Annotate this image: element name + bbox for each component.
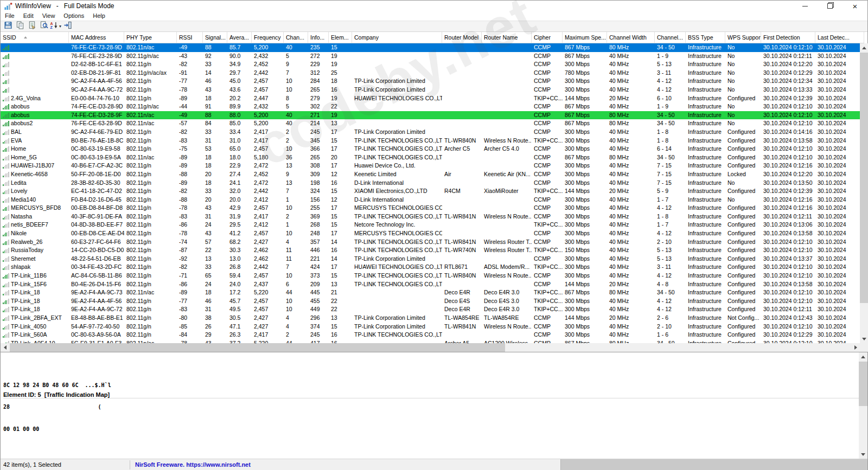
network-row[interactable]: 2.4G_VolnaE0-00-84-74-76-10802.11g/n-891… bbox=[1, 94, 860, 103]
column-header-bss[interactable]: BSS Type bbox=[686, 32, 725, 43]
menu-options[interactable]: Options bbox=[59, 11, 88, 21]
details-vertical-scrollbar[interactable] bbox=[859, 352, 867, 459]
network-row[interactable]: netis_BDEEF704-8D-38-BD-EE-F7802.11g/n-8… bbox=[1, 221, 860, 229]
scroll-left-arrow[interactable] bbox=[1, 343, 9, 352]
cell-speed: 300 Mbps bbox=[563, 229, 607, 238]
list-horizontal-scrollbar[interactable] bbox=[1, 343, 860, 352]
close-button[interactable]: × bbox=[843, 1, 867, 11]
network-row[interactable]: BAL9C-A2-F4-6E-79-ED802.11g/n-823333.42,… bbox=[1, 128, 860, 137]
cell-wps: No bbox=[725, 60, 761, 69]
network-row[interactable]: Home_5G0C-80-63-19-E9-5A802.11n/ac-89181… bbox=[1, 153, 860, 162]
sort-button[interactable]: AZ▾ bbox=[50, 21, 61, 31]
column-header-fd[interactable]: First Detection bbox=[761, 32, 815, 43]
list-vertical-scrollbar[interactable] bbox=[860, 43, 868, 343]
scroll-thumb[interactable] bbox=[10, 343, 505, 352]
minimize-icon bbox=[802, 6, 808, 7]
scroll-up-arrow[interactable] bbox=[859, 352, 867, 361]
minimize-button[interactable] bbox=[793, 1, 818, 11]
network-row[interactable]: abobus276-FE-CE-63-28-9D802.11n/ac-57848… bbox=[1, 119, 860, 128]
scroll-down-arrow[interactable] bbox=[859, 450, 867, 459]
network-row[interactable]: Ledita28-3B-82-6D-35-30802.11g/n-891824.… bbox=[1, 179, 860, 188]
cell-chr: 6 - 10 bbox=[655, 94, 686, 103]
restore-button[interactable] bbox=[818, 1, 843, 11]
scroll-thumb[interactable] bbox=[859, 362, 867, 406]
network-row[interactable]: TP-Link_405054-AF-97-72-40-50802.11g/n-8… bbox=[1, 323, 860, 331]
menu-file[interactable]: File bbox=[1, 11, 19, 21]
network-row[interactable]: Sheremet48-22-54-51-D6-EB802.11g/n-92131… bbox=[1, 255, 860, 263]
network-row[interactable]: LovelyEC-41-18-2C-47-D2802.11g/n-823332.… bbox=[1, 187, 860, 196]
save-button[interactable] bbox=[2, 21, 14, 31]
cell-cipher: TKIP+CC... bbox=[532, 263, 563, 272]
cell-cw: 40 MHz bbox=[607, 331, 655, 339]
column-header-freq[interactable]: Frequency bbox=[252, 32, 284, 43]
column-header-info[interactable]: Info... bbox=[308, 32, 329, 43]
properties-button[interactable] bbox=[26, 21, 37, 31]
menu-help[interactable]: Help bbox=[88, 11, 110, 21]
cell-fd: 30.10.2024 0:12:11 bbox=[761, 305, 815, 314]
column-header-rssi[interactable]: RSSI bbox=[177, 32, 203, 43]
network-row[interactable]: TP-Link_189E-A2-F4-AA-4F-56802.11g/n-774… bbox=[1, 297, 860, 306]
column-header-wps[interactable]: WPS Support bbox=[725, 32, 761, 43]
scroll-down-arrow[interactable] bbox=[860, 334, 868, 343]
nirsoft-link[interactable]: NirSoft Freeware. https://www.nirsoft.ne… bbox=[135, 459, 251, 470]
network-row[interactable]: Realweb_2660-E3-27-FC-64-F6802.11g/n-745… bbox=[1, 238, 860, 247]
network-row[interactable]: Keenetic-465850-FF-20-08-1E-D0802.11g/n-… bbox=[1, 170, 860, 179]
network-row[interactable]: TP-Link_2BFA_EXTE8-48-B8-AE-BB-E1802.11g… bbox=[1, 314, 860, 323]
menu-edit[interactable]: Edit bbox=[19, 11, 38, 21]
scroll-right-arrow[interactable] bbox=[851, 343, 860, 352]
network-row[interactable]: abobus74-FE-CE-D3-28-9F802.11n/ac-498888… bbox=[1, 111, 860, 120]
column-header-co[interactable]: Company bbox=[352, 32, 442, 43]
cell-ch: 7 bbox=[284, 69, 308, 78]
element-hex-dump: 00 01 00 00 bbox=[3, 426, 857, 433]
column-header-cw[interactable]: Channel Width bbox=[607, 32, 655, 43]
menu-view[interactable]: View bbox=[38, 11, 60, 21]
column-header-elem[interactable]: Elem... bbox=[329, 32, 352, 43]
column-header-model[interactable]: Router Model bbox=[442, 32, 482, 43]
column-header-avg[interactable]: Avera... bbox=[227, 32, 252, 43]
copy-button[interactable] bbox=[14, 21, 25, 31]
network-row[interactable]: TP-Link_560A0C-80-63-A9-56-0A802.11g/n-8… bbox=[1, 331, 860, 339]
column-header-chr[interactable]: Channel... bbox=[655, 32, 686, 43]
scroll-thumb[interactable] bbox=[860, 53, 868, 303]
column-header-ssid[interactable]: SSID bbox=[1, 32, 69, 43]
network-row[interactable]: HUAWEI-J1BJ0740-B6-E7-CF-A2-3C802.11g/n-… bbox=[1, 162, 860, 170]
column-header-phy[interactable]: PHY Type bbox=[124, 32, 177, 43]
network-row[interactable]: Natasha40-3F-8C-91-DE-FA802.11g/n-833131… bbox=[1, 213, 860, 221]
network-row[interactable]: shlapak00-34-FE-43-2D-FC802.11g/n-823326… bbox=[1, 263, 860, 272]
column-header-speed[interactable]: Maximum Spe... bbox=[563, 32, 607, 43]
network-row[interactable]: TP-Link_15F6B0-4E-26-D4-15-F6802.11g/n-8… bbox=[1, 280, 860, 289]
network-row[interactable]: TP-Link_189E-A2-F4-AA-9C-73802.11n/ac-89… bbox=[1, 288, 860, 297]
network-row[interactable]: EVAB0-BE-76-AE-1B-8C802.11g/n-833131.02,… bbox=[1, 137, 860, 145]
network-row[interactable]: TP-Link_A0F4.105C-E9-31-E1-A0-F3802.11n/… bbox=[1, 339, 860, 343]
network-row[interactable]: Nikole00-EB-D8-CE-AE-D4802.11g/n-784341.… bbox=[1, 229, 860, 238]
column-header-ld[interactable]: Last Detec... bbox=[815, 32, 864, 43]
title-bar[interactable]: WifiInfoView - Full Details Mode × bbox=[1, 1, 867, 11]
column-header-mac[interactable]: MAC Address bbox=[69, 32, 124, 43]
column-header-ch[interactable]: Chan... bbox=[284, 32, 308, 43]
column-header-cipher[interactable]: Cipher bbox=[532, 32, 563, 43]
cell-chr: 4 - 12 bbox=[655, 305, 686, 314]
cell-phy: 802.11g/n bbox=[124, 179, 177, 188]
network-row[interactable]: 76-FE-CE-73-28-9D802.11n/ac-498885.75,20… bbox=[1, 43, 860, 52]
network-row[interactable]: Media140F0-B4-D2-16-D6-45802.11g/n-88202… bbox=[1, 196, 860, 204]
network-row[interactable]: abobus74-FE-CE-D3-28-9D802.11g/n/ac-4491… bbox=[1, 102, 860, 111]
ssid-label: Keenetic-4658 bbox=[11, 171, 48, 177]
network-row[interactable]: 9C-A2-F4-AA-4F-56802.11g/n-774645.02,457… bbox=[1, 77, 860, 86]
cell-co bbox=[352, 339, 442, 343]
column-header-rname[interactable]: Router Name bbox=[482, 32, 532, 43]
network-row[interactable]: TP-Link_11B6AC-84-C6-5B-11-B6802.11g/n-7… bbox=[1, 272, 860, 280]
column-header-sig[interactable]: Signal... bbox=[203, 32, 227, 43]
network-row[interactable]: 9C-A2-F4-AA-9C-72802.11g/n-784343.62,457… bbox=[1, 86, 860, 94]
dropdown-arrow-icon[interactable]: ▾ bbox=[59, 24, 61, 29]
network-row[interactable]: 02-EB-D8-21-9F-81802.11g/n/ac/ax-911429.… bbox=[1, 69, 860, 78]
network-row[interactable]: MERCUSYS_BFD800-EB-D8-84-BF-D8802.11g/n-… bbox=[1, 204, 860, 213]
network-row[interactable]: 76-FE-CE-23-28-9D802.11g/n/ac-439290.02,… bbox=[1, 52, 860, 61]
network-row[interactable]: D2-62-8B-1C-6F-E1802.11g/n-823334.92,452… bbox=[1, 60, 860, 69]
exit-button[interactable] bbox=[62, 21, 73, 31]
network-row[interactable]: RussiaToday14-CC-20-BD-C5-D0802.11g/n-87… bbox=[1, 246, 860, 255]
scroll-up-arrow[interactable] bbox=[860, 43, 868, 52]
network-row[interactable]: Home0C-80-63-19-E9-58802.11g/n-755365.02… bbox=[1, 145, 860, 153]
find-button[interactable] bbox=[38, 21, 49, 31]
cell-info: 449 bbox=[308, 305, 329, 314]
network-row[interactable]: TP-Link_189E-A2-F4-AA-9C-72802.11g/n-833… bbox=[1, 305, 860, 314]
